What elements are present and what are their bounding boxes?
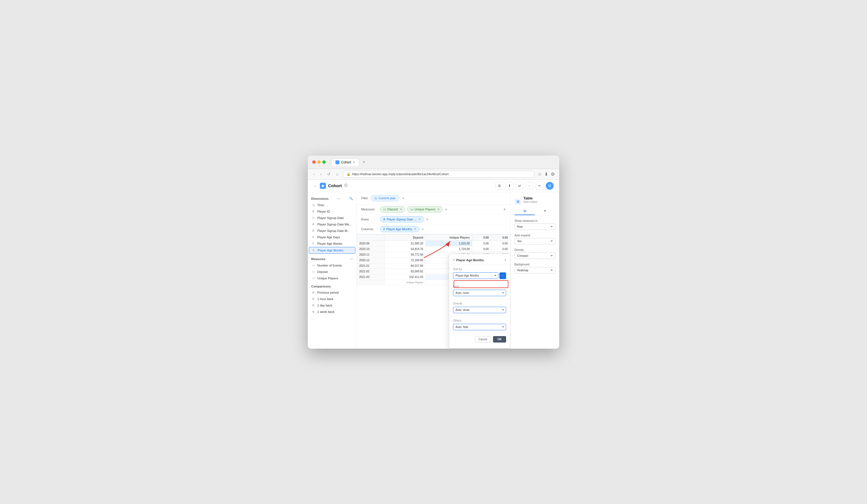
app-back-button[interactable]: ‹ bbox=[313, 182, 317, 189]
age-months-chip[interactable]: # Player Age Months ✕ bbox=[380, 226, 419, 232]
table-row: 2020-09 51,300.20 1,015.00 0.00 0.00 bbox=[357, 240, 510, 246]
header-actions: ⊞ ⬇ ⇄ ··· ✏ U bbox=[495, 182, 554, 190]
cell-c4-2020-10: 0.00 bbox=[491, 246, 510, 252]
sidebar-item-time[interactable]: ◷ Time bbox=[309, 202, 355, 208]
background-select[interactable]: Heatmap None bbox=[514, 267, 555, 274]
others-select[interactable]: Auto: hide Show Hide bbox=[453, 324, 506, 330]
cell-c4-2020-09: 0.00 bbox=[491, 240, 510, 246]
sidebar-item-age-months[interactable]: # Player Age Months bbox=[309, 247, 355, 254]
limit-label: Limit bbox=[453, 285, 506, 288]
sidebar-item-prev-period[interactable]: ⧉ Previous period bbox=[309, 289, 355, 296]
cell-deposit-2021-01: 84,017.84 bbox=[385, 263, 426, 268]
more-button[interactable]: ··· bbox=[526, 182, 534, 190]
app-title-icon: ◈ bbox=[320, 183, 326, 189]
sidebar-item-signup-date[interactable]: ◷ Player Signup Date bbox=[309, 215, 355, 221]
filter-add-button[interactable]: + bbox=[402, 196, 405, 200]
sidebar-item-signup-date-we-label: Player Signup Date We... bbox=[317, 223, 352, 226]
refresh-button[interactable]: ↺ bbox=[326, 171, 332, 178]
dimensions-search-icon[interactable]: 🔍 bbox=[349, 197, 353, 200]
show-measures-select[interactable]: Row Column bbox=[514, 224, 555, 230]
back-button[interactable]: ‹ bbox=[312, 171, 316, 178]
signup-date-chip[interactable]: A Player Signup Date ... ✕ bbox=[380, 216, 424, 222]
cancel-button[interactable]: Cancel bbox=[475, 336, 491, 343]
deposit-chip[interactable]: ▭ Deposit ✕ bbox=[380, 206, 405, 213]
dropdown-hash-icon: # bbox=[453, 258, 455, 261]
bookmark-icon[interactable]: ☆ bbox=[538, 172, 542, 177]
overall-select[interactable]: Auto: show Show Hide bbox=[453, 307, 506, 313]
limit-select[interactable]: Auto: none 10 25 bbox=[453, 290, 506, 296]
home-button[interactable]: ⌂ bbox=[335, 171, 339, 178]
grid-view-button[interactable]: ⊞ bbox=[495, 182, 503, 190]
row-label-2020-11: 2020-11 bbox=[357, 252, 385, 257]
sidebar-item-deposit[interactable]: ▭ Deposit bbox=[309, 269, 355, 275]
app-header: ‹ ◈ Cohort ⓘ ⊞ ⬇ ⇄ ··· ✏ U bbox=[308, 180, 559, 192]
age-months-chip-close[interactable]: ✕ bbox=[414, 227, 416, 230]
row-label-2020-10: 2020-10 bbox=[357, 246, 385, 252]
share-button[interactable]: ⇄ bbox=[516, 182, 523, 190]
sidebar-item-unique-players[interactable]: ▭ Unique Players bbox=[309, 275, 355, 281]
user-avatar[interactable]: U bbox=[546, 182, 554, 190]
rows-add-button[interactable]: + bbox=[426, 217, 428, 222]
unique-players-chip-icon: ▭ bbox=[410, 207, 413, 211]
unique-players-chip[interactable]: ▭ Unique Players ✕ bbox=[407, 206, 443, 213]
sidebar-item-1week-label: 1 week back bbox=[317, 310, 334, 313]
cell-unique-2020-10: 1,724.00 bbox=[426, 246, 472, 252]
measures-more-icon[interactable]: ··· bbox=[350, 257, 353, 261]
density-select[interactable]: Compact Normal Comfortable bbox=[514, 253, 555, 259]
panel-title: Table bbox=[523, 196, 537, 200]
overall-section: Overall Auto: show Show Hide bbox=[449, 299, 510, 316]
measures-collapse-icon[interactable]: ∧ bbox=[503, 207, 506, 211]
sidebar-item-age-days[interactable]: # Player Age Days bbox=[309, 234, 355, 240]
extensions-icon[interactable]: ⚙ bbox=[551, 172, 555, 177]
signup-date-we-icon: A bbox=[312, 223, 315, 226]
ok-button[interactable]: OK bbox=[493, 336, 506, 343]
edit-button[interactable]: ✏ bbox=[536, 182, 544, 190]
new-tab-button[interactable]: + bbox=[363, 160, 365, 164]
measures-add-button[interactable]: + bbox=[445, 207, 447, 212]
deposit-chip-close[interactable]: ✕ bbox=[400, 208, 402, 211]
forward-button[interactable]: › bbox=[319, 171, 323, 178]
title-bar: Cohort ✕ + bbox=[308, 156, 559, 169]
sidebar-item-1week[interactable]: ⧉ 1 week back bbox=[309, 309, 355, 315]
panel-tabs: ⊞ ▼ bbox=[514, 207, 555, 215]
sidebar-item-signup-date-m[interactable]: A Player Signup Date M... bbox=[309, 228, 355, 234]
sidebar-item-1day[interactable]: ⧉ 1 day back bbox=[309, 302, 355, 309]
footer-label bbox=[357, 280, 385, 285]
close-button[interactable] bbox=[312, 160, 315, 164]
dimensions-more-icon[interactable]: ··· bbox=[338, 197, 340, 201]
auto-expand-select[interactable]: Yes No bbox=[514, 238, 555, 245]
sort-select[interactable]: Player Age Months Deposit Unique Players bbox=[453, 272, 498, 279]
signup-date-chip-close[interactable]: ✕ bbox=[418, 218, 421, 221]
download-icon[interactable]: ⬇ bbox=[544, 172, 548, 177]
download-button[interactable]: ⬇ bbox=[505, 182, 513, 190]
panel-tab-filter[interactable]: ▼ bbox=[535, 207, 555, 215]
dropdown-header: # Player Age Months ▾ bbox=[449, 257, 510, 265]
unique-players-chip-close[interactable]: ✕ bbox=[437, 208, 440, 211]
maximize-button[interactable] bbox=[322, 160, 326, 164]
row-label-2020-12: 2020-12 bbox=[357, 257, 385, 263]
filter-chip-current-year[interactable]: ◷ Current year bbox=[371, 195, 399, 202]
sidebar-item-1hr[interactable]: ⧉ 1 hour back bbox=[309, 296, 355, 302]
dropdown-chevron-icon[interactable]: ▾ bbox=[505, 258, 506, 261]
info-icon[interactable]: ⓘ bbox=[344, 183, 347, 188]
footer-unique: Unique Players bbox=[385, 280, 426, 285]
sidebar-item-signup-date-we[interactable]: A Player Signup Date We... bbox=[309, 221, 355, 227]
columns-add-button[interactable]: + bbox=[421, 227, 424, 231]
panel-tab-layout[interactable]: ⊞ bbox=[514, 207, 535, 215]
filter-label: Filter bbox=[361, 196, 368, 200]
unique-players-icon: ▭ bbox=[312, 277, 315, 280]
browser-tab[interactable]: Cohort ✕ bbox=[331, 158, 359, 166]
deposit-chip-label: Deposit bbox=[387, 207, 398, 211]
sidebar-item-player-id[interactable]: A Player ID bbox=[309, 208, 355, 215]
sort-direction-button[interactable]: ↑ bbox=[500, 272, 506, 279]
signup-date-icon: ◷ bbox=[312, 216, 315, 219]
sidebar-item-age-weeks[interactable]: # Player Age Weeks bbox=[309, 240, 355, 247]
density-label: Density bbox=[514, 248, 555, 251]
minimize-button[interactable] bbox=[317, 160, 321, 164]
url-bar[interactable]: 🔒 https://hellmar-becker.app.imply.io/pi… bbox=[343, 171, 534, 178]
sidebar-item-events[interactable]: ▭ Number of Events bbox=[309, 262, 355, 268]
signup-date-chip-label: Player Signup Date ... bbox=[387, 218, 416, 221]
tab-close-button[interactable]: ✕ bbox=[353, 161, 355, 164]
density-field: Density Compact Normal Comfortable bbox=[514, 248, 555, 259]
panel-subtitle: Auto select bbox=[523, 200, 537, 203]
